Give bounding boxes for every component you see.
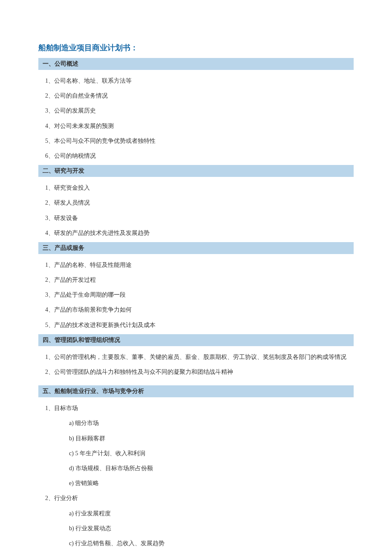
sub-list-item: e) 营销策略 [38, 476, 354, 491]
list-item: 3、研发设备 [38, 211, 354, 225]
list-item: 3、公司的发展历史 [38, 103, 354, 118]
sub-list-item: a) 细分市场 [38, 416, 354, 431]
list-item: 1、产品的名称、特征及性能用途 [38, 257, 354, 272]
list-item: 2、公司管理团队的战斗力和独特性及与众不同的凝聚力和团结战斗精神 [38, 364, 354, 379]
list-item: 1、研究资金投入 [38, 180, 354, 195]
sub-list-item: d) 市场规模、目标市场所占份额 [38, 461, 354, 476]
list-item: 4、研发的产品的技术先进性及发展趋势 [38, 225, 354, 240]
section-2: 二、研究与开发 1、研究资金投入 2、研发人员情况 3、研发设备 4、研发的产品… [38, 165, 354, 240]
section-header-4: 四、管理团队和管理组织情况 [38, 334, 354, 346]
list-item: 2、行业分析 [38, 491, 354, 506]
list-item: 3、产品处于生命周期的哪一段 [38, 287, 354, 302]
list-item: 6、公司的纳税情况 [38, 148, 354, 163]
sub-list-item: c) 行业总销售额、总收入、发展趋势 [38, 536, 354, 551]
sub-list-item: d) 经济发展对该行业的影响程度 [38, 551, 354, 555]
list-item: 2、产品的开发过程 [38, 272, 354, 287]
section-4: 四、管理团队和管理组织情况 1、公司的管理机构，主要股东、董事、关键的雇员、薪金… [38, 334, 354, 379]
list-item: 1、目标市场 [38, 401, 354, 416]
list-item: 4、对公司未来发展的预测 [38, 119, 354, 133]
section-header-3: 三、产品或服务 [38, 242, 354, 254]
section-3: 三、产品或服务 1、产品的名称、特征及性能用途 2、产品的开发过程 3、产品处于… [38, 242, 354, 332]
sub-list-item: c) 5 年生产计划、收入和利润 [38, 446, 354, 461]
section-header-1: 一、公司概述 [38, 58, 354, 70]
sub-list-item: a) 行业发展程度 [38, 506, 354, 521]
list-item: 1、公司的管理机构，主要股东、董事、关键的雇员、薪金、股票期权、劳工协议、奖惩制… [38, 350, 354, 364]
section-header-5: 五、船舶制造业行业、市场与竞争分析 [38, 385, 354, 397]
section-1: 一、公司概述 1、公司名称、地址、联系方法等 2、公司的自然业务情况 3、公司的… [38, 58, 354, 163]
list-item: 1、公司名称、地址、联系方法等 [38, 73, 354, 88]
list-item: 5、本公司与众不同的竞争优势或者独特性 [38, 133, 354, 148]
list-item: 5、产品的技术改进和更新换代计划及成本 [38, 318, 354, 332]
list-item: 2、研发人员情况 [38, 195, 354, 210]
document-title: 船舶制造业项目商业计划书： [38, 43, 354, 53]
sub-list-item: b) 目标顾客群 [38, 431, 354, 446]
list-item: 4、产品的市场前景和竞争力如何 [38, 302, 354, 317]
section-5: 五、船舶制造业行业、市场与竞争分析 1、目标市场 a) 细分市场 b) 目标顾客… [38, 385, 354, 555]
list-item: 2、公司的自然业务情况 [38, 88, 354, 103]
sub-list-item: b) 行业发展动态 [38, 521, 354, 536]
section-header-2: 二、研究与开发 [38, 165, 354, 177]
